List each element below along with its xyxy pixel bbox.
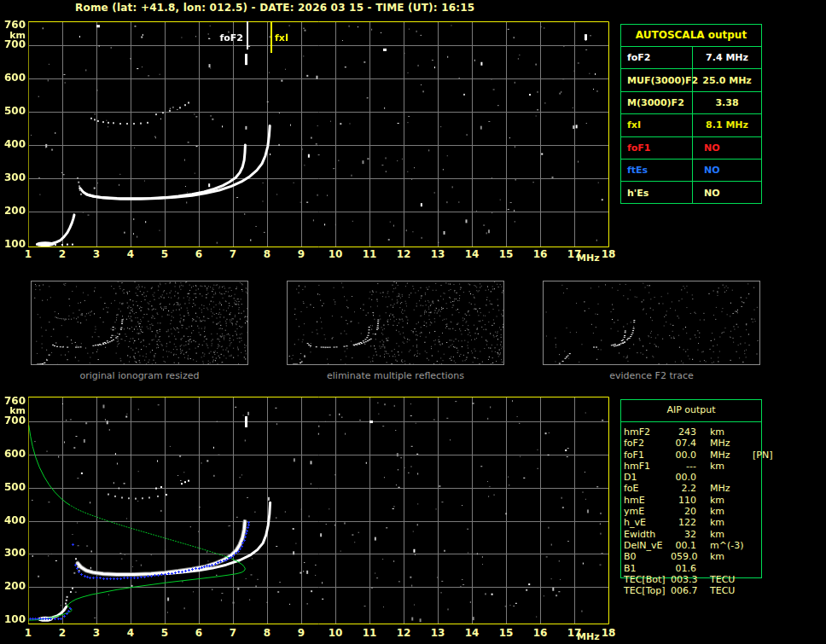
- x-tick-label: 13: [421, 249, 455, 260]
- fxi-marker-label: fxI: [275, 33, 288, 44]
- y-tick-label: 500: [0, 106, 26, 117]
- aip-unit: TECU: [696, 574, 753, 585]
- x-axis-unit-mhz: MHz: [577, 253, 600, 264]
- aip-value: 00.1: [671, 540, 696, 551]
- x-tick-label: 10: [318, 628, 352, 639]
- x-tick-label: 9: [284, 249, 318, 260]
- thumbnail-original-caption: original ionogram resized: [31, 371, 248, 381]
- autoscala-parameter-value: NO: [693, 160, 761, 181]
- aip-unit: TECU: [696, 585, 753, 596]
- aip-unit: km: [696, 426, 753, 438]
- y-tick-label: 600: [0, 449, 26, 460]
- aip-name: D1: [624, 472, 671, 483]
- x-tick-label: 14: [455, 249, 489, 260]
- x-tick-label: 16: [523, 628, 557, 639]
- autoscala-row: foF1NO: [621, 137, 761, 160]
- aip-name: hmF2: [624, 426, 671, 438]
- aip-value: 003.3: [671, 574, 696, 585]
- aip-unit: km: [696, 551, 753, 562]
- aip-unit: km: [696, 495, 753, 506]
- aip-name: TEC[Bot]: [624, 574, 671, 585]
- y-tick-label: 400: [0, 139, 26, 150]
- aip-header-divider: [620, 421, 762, 422]
- x-axis-unit-mhz: MHz: [577, 632, 600, 642]
- aip-row: h_vE122km: [624, 517, 769, 528]
- aip-row: foE2.2MHz: [624, 483, 769, 494]
- aip-name: TEC[Top]: [624, 585, 671, 596]
- aip-value: 32: [671, 529, 696, 540]
- x-tick-label: 6: [182, 628, 216, 639]
- x-tick-label: 2: [45, 628, 79, 639]
- x-tick-label: 15: [489, 249, 523, 260]
- x-tick-label: 3: [79, 628, 113, 639]
- aip-row: foF100.0MHz[PN]: [624, 450, 769, 461]
- thumbnail-eliminate-canvas: [288, 281, 503, 364]
- aip-name: h_vE: [624, 517, 671, 528]
- page-title: Rome (lat: +41.8, lon: 012.5) - DATE: 20…: [75, 2, 474, 14]
- thumbnail-original-ionogram: [31, 281, 248, 365]
- autoscala-table-header: AUTOSCALA output: [621, 25, 761, 47]
- x-tick-label: 4: [113, 249, 148, 260]
- autoscala-parameter-label: foF2: [621, 47, 693, 68]
- aip-name: hmE: [624, 495, 671, 506]
- autoscala-parameter-value: NO: [693, 137, 761, 159]
- aip-name: B1: [624, 563, 671, 574]
- aip-row: Ewidth32km: [624, 529, 769, 540]
- aip-value: 01.6: [671, 563, 696, 574]
- y-tick-label: 300: [0, 172, 26, 183]
- aip-extra: [PN]: [753, 450, 772, 461]
- autoscala-parameter-value: 8.1 MHz: [693, 114, 761, 136]
- aip-unit: MHz: [696, 438, 753, 449]
- autoscala-output-table: AUTOSCALA output foF27.4 MHzMUF(3000)F22…: [620, 24, 762, 204]
- x-tick-label: 4: [113, 628, 148, 639]
- aip-value: 110: [671, 495, 696, 506]
- thumbnail-evidence-f2: [543, 281, 760, 365]
- x-tick-label: 16: [523, 249, 557, 260]
- aip-row: DelN_vE00.1m^(-3): [624, 540, 769, 551]
- autoscala-parameter-value: 25.0 MHz: [693, 69, 761, 90]
- autoscala-parameter-value: 7.4 MHz: [693, 47, 761, 68]
- aip-unit: MHz: [696, 483, 753, 494]
- x-tick-label: 3: [79, 249, 113, 260]
- fxi-marker-line: [270, 21, 272, 53]
- aip-unit: km: [696, 506, 753, 517]
- x-tick-label: 13: [421, 628, 455, 639]
- thumbnail-evidence-canvas: [544, 281, 759, 364]
- autoscala-parameter-value: 3.38: [693, 92, 761, 113]
- x-tick-label: 1: [11, 249, 45, 260]
- x-tick-label: 10: [318, 249, 352, 260]
- y-tick-label: 400: [0, 515, 26, 526]
- x-tick-label: 9: [284, 628, 318, 639]
- y-tick-label: 100: [0, 614, 26, 625]
- autoscala-row: ftEsNO: [621, 160, 761, 182]
- thumbnail-original-canvas: [32, 281, 247, 364]
- y-tick-label: 300: [0, 548, 26, 559]
- x-tick-label: 6: [182, 249, 216, 260]
- y-tick-label: 700: [0, 415, 26, 426]
- aip-row: hmF2243km: [624, 426, 769, 438]
- aip-unit: m^(-3): [696, 540, 753, 551]
- aip-value: 07.4: [671, 438, 696, 449]
- top-ionogram-canvas: [28, 21, 609, 248]
- aip-value: 059.0: [671, 551, 696, 562]
- autoscala-parameter-label: MUF(3000)F2: [621, 69, 693, 90]
- aip-name: Ewidth: [624, 529, 671, 540]
- autoscala-row: fxI8.1 MHz: [621, 114, 761, 136]
- x-tick-label: 7: [216, 249, 250, 260]
- aip-row: TEC[Top]006.7TECU: [624, 585, 769, 596]
- y-axis-unit-km: km: [0, 30, 26, 41]
- x-tick-label: 12: [387, 249, 421, 260]
- aip-unit: km: [696, 461, 753, 472]
- aip-output-table: hmF2243kmfoF207.4MHzfoF100.0MHz[PN]hmF1-…: [624, 426, 769, 596]
- autoscala-parameter-label: h'Es: [621, 182, 693, 203]
- fof2-marker-label: foF2: [215, 33, 243, 44]
- autoscala-parameter-label: M(3000)F2: [621, 92, 693, 113]
- aip-table-header: AIP output: [620, 404, 762, 415]
- aip-row: foF207.4MHz: [624, 438, 769, 449]
- x-tick-label: 5: [148, 628, 182, 639]
- aip-value: 20: [671, 506, 696, 517]
- aip-name: hmF1: [624, 461, 671, 472]
- x-tick-label: 11: [352, 628, 387, 639]
- autoscala-parameter-label: foF1: [621, 137, 693, 159]
- aip-unit: km: [696, 517, 753, 528]
